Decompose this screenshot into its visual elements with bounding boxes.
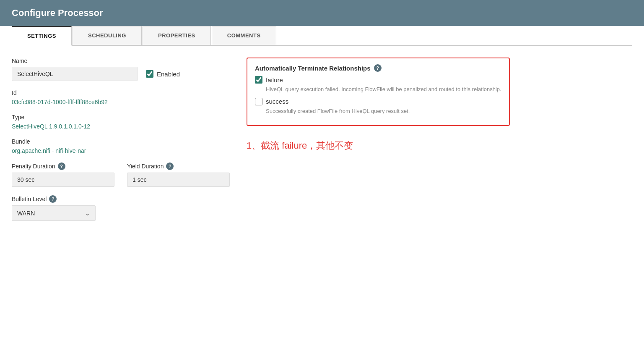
name-label: Name: [12, 58, 230, 64]
enabled-text: Enabled: [157, 71, 180, 78]
bulletin-level-label: Bulletin Level ?: [12, 195, 230, 203]
auto-terminate-help-icon[interactable]: ?: [374, 64, 382, 72]
success-checkbox[interactable]: [255, 98, 262, 105]
relationship-success-row: success: [255, 98, 501, 105]
page-title: Configure Processor: [12, 8, 632, 18]
annotation-text: 1、截流 failure，其他不变: [247, 139, 632, 152]
auto-terminate-section: Automatically Terminate Relationships ? …: [247, 58, 510, 126]
bulletin-level-select[interactable]: WARN ⌄: [12, 205, 96, 221]
left-panel: Name SelectHiveQL Enabled Id 03cfc088-01…: [12, 58, 230, 229]
right-panel: Automatically Terminate Relationships ? …: [247, 58, 632, 229]
penalty-duration-value: 30 sec: [12, 173, 114, 187]
failure-checkbox[interactable]: [255, 76, 262, 84]
bulletin-level-help-icon[interactable]: ?: [49, 195, 57, 203]
id-label: Id: [12, 89, 230, 96]
yield-duration-value: 1 sec: [127, 173, 230, 187]
type-label: Type: [12, 114, 230, 120]
type-value: SelectHiveQL 1.9.0.1.0.1.0-12: [12, 123, 230, 130]
id-value: 03cfc088-017d-1000-ffff-ffff88ce6b92: [12, 99, 230, 105]
penalty-duration-help-icon[interactable]: ?: [58, 162, 65, 170]
tab-scheduling[interactable]: SCHEDULING: [73, 26, 142, 45]
yield-duration-help-icon[interactable]: ?: [166, 162, 174, 170]
failure-description: HiveQL query execution failed. Incoming …: [266, 85, 501, 94]
bulletin-level-value: WARN: [17, 210, 35, 217]
bundle-label: Bundle: [12, 138, 230, 145]
bundle-value: org.apache.nifi - nifi-hive-nar: [12, 147, 230, 154]
success-name: success: [266, 98, 288, 105]
tab-properties[interactable]: PROPERTIES: [143, 26, 211, 45]
success-description: Successfully created FlowFile from HiveQ…: [266, 107, 501, 115]
name-input[interactable]: SelectHiveQL: [12, 67, 138, 81]
enabled-checkbox[interactable]: [146, 70, 153, 78]
chevron-down-icon: ⌄: [85, 209, 90, 217]
tabs-bar: SETTINGS SCHEDULING PROPERTIES COMMENTS: [12, 26, 632, 46]
auto-terminate-title: Automatically Terminate Relationships ?: [255, 64, 501, 72]
relationship-failure-row: failure: [255, 76, 501, 84]
yield-duration-label: Yield Duration ?: [127, 162, 230, 170]
tab-comments[interactable]: COMMENTS: [212, 26, 276, 45]
enabled-label[interactable]: Enabled: [146, 70, 180, 78]
penalty-duration-label: Penalty Duration ?: [12, 162, 114, 170]
tab-settings[interactable]: SETTINGS: [12, 26, 72, 46]
failure-name: failure: [266, 76, 283, 84]
header: Configure Processor: [0, 0, 644, 26]
